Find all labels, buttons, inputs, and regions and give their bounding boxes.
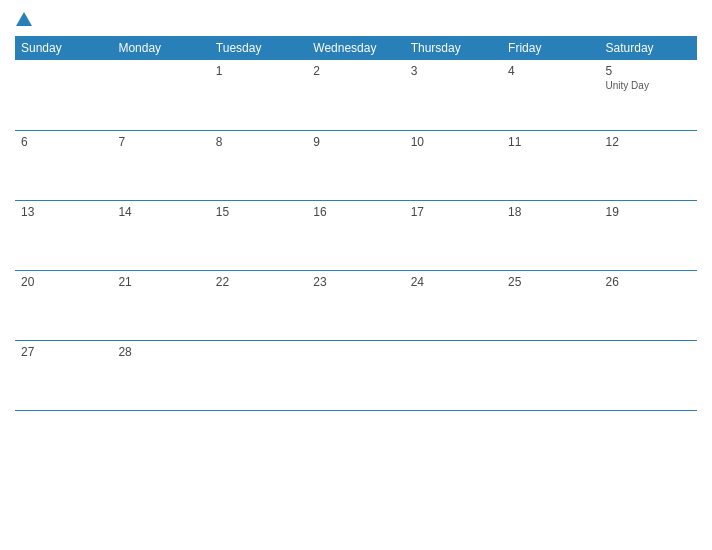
header (15, 10, 697, 28)
calendar-day-cell: 17 (405, 200, 502, 270)
weekday-header: Sunday (15, 36, 112, 60)
day-number: 22 (216, 275, 301, 289)
day-number: 9 (313, 135, 398, 149)
calendar-day-cell (405, 340, 502, 410)
day-number: 2 (313, 64, 398, 78)
day-number: 27 (21, 345, 106, 359)
calendar-day-cell (600, 340, 697, 410)
logo-triangle-icon (15, 10, 33, 28)
calendar-day-cell: 20 (15, 270, 112, 340)
calendar-day-cell: 6 (15, 130, 112, 200)
day-number: 11 (508, 135, 593, 149)
calendar-day-cell: 28 (112, 340, 209, 410)
calendar-day-cell: 5Unity Day (600, 60, 697, 130)
weekday-header: Monday (112, 36, 209, 60)
calendar-day-cell: 10 (405, 130, 502, 200)
day-number: 21 (118, 275, 203, 289)
calendar-day-cell: 15 (210, 200, 307, 270)
calendar-day-cell (15, 60, 112, 130)
weekday-header: Thursday (405, 36, 502, 60)
day-number: 7 (118, 135, 203, 149)
calendar-week-row: 13141516171819 (15, 200, 697, 270)
day-number: 1 (216, 64, 301, 78)
calendar-day-cell: 14 (112, 200, 209, 270)
day-number: 5 (606, 64, 691, 78)
calendar-day-cell: 2 (307, 60, 404, 130)
day-number: 24 (411, 275, 496, 289)
calendar-container: SundayMondayTuesdayWednesdayThursdayFrid… (0, 0, 712, 550)
calendar-day-cell: 25 (502, 270, 599, 340)
calendar-day-cell: 9 (307, 130, 404, 200)
weekday-header-row: SundayMondayTuesdayWednesdayThursdayFrid… (15, 36, 697, 60)
day-number: 20 (21, 275, 106, 289)
calendar-day-cell: 8 (210, 130, 307, 200)
calendar-day-cell: 27 (15, 340, 112, 410)
day-number: 23 (313, 275, 398, 289)
day-number: 26 (606, 275, 691, 289)
calendar-day-cell: 21 (112, 270, 209, 340)
day-number: 28 (118, 345, 203, 359)
calendar-day-cell (307, 340, 404, 410)
svg-marker-0 (16, 12, 32, 26)
weekday-header: Wednesday (307, 36, 404, 60)
calendar-day-cell: 23 (307, 270, 404, 340)
calendar-week-row: 6789101112 (15, 130, 697, 200)
day-number: 13 (21, 205, 106, 219)
weekday-header: Saturday (600, 36, 697, 60)
holiday-name: Unity Day (606, 80, 691, 91)
calendar-day-cell: 13 (15, 200, 112, 270)
calendar-day-cell (502, 340, 599, 410)
calendar-day-cell: 26 (600, 270, 697, 340)
calendar-day-cell: 12 (600, 130, 697, 200)
calendar-day-cell (210, 340, 307, 410)
calendar-day-cell: 3 (405, 60, 502, 130)
calendar-week-row: 2728 (15, 340, 697, 410)
day-number: 10 (411, 135, 496, 149)
calendar-day-cell: 1 (210, 60, 307, 130)
calendar-day-cell: 24 (405, 270, 502, 340)
calendar-week-row: 20212223242526 (15, 270, 697, 340)
day-number: 18 (508, 205, 593, 219)
weekday-header: Tuesday (210, 36, 307, 60)
day-number: 3 (411, 64, 496, 78)
day-number: 25 (508, 275, 593, 289)
calendar-day-cell: 22 (210, 270, 307, 340)
day-number: 14 (118, 205, 203, 219)
logo (15, 10, 33, 28)
calendar-day-cell: 18 (502, 200, 599, 270)
day-number: 19 (606, 205, 691, 219)
day-number: 12 (606, 135, 691, 149)
calendar-day-cell (112, 60, 209, 130)
calendar-day-cell: 4 (502, 60, 599, 130)
day-number: 8 (216, 135, 301, 149)
calendar-day-cell: 16 (307, 200, 404, 270)
calendar-day-cell: 19 (600, 200, 697, 270)
calendar-day-cell: 11 (502, 130, 599, 200)
calendar-week-row: 12345Unity Day (15, 60, 697, 130)
day-number: 4 (508, 64, 593, 78)
day-number: 17 (411, 205, 496, 219)
weekday-header: Friday (502, 36, 599, 60)
calendar-table: SundayMondayTuesdayWednesdayThursdayFrid… (15, 36, 697, 411)
day-number: 16 (313, 205, 398, 219)
day-number: 6 (21, 135, 106, 149)
calendar-day-cell: 7 (112, 130, 209, 200)
day-number: 15 (216, 205, 301, 219)
